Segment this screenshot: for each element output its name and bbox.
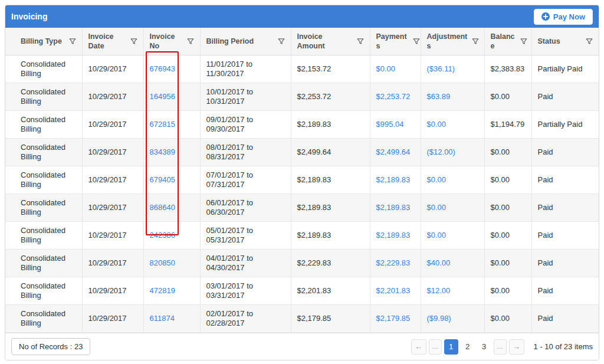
balance-cell: $0.00 <box>484 222 531 250</box>
pager-next-button[interactable]: → <box>509 339 524 355</box>
column-label: Payments <box>376 32 411 51</box>
filter-icon[interactable] <box>187 38 194 45</box>
table-body: Consolidated Billing10/29/201767694311/0… <box>5 55 599 333</box>
adjustments-cell[interactable]: ($12.00) <box>421 139 484 166</box>
pager-page-1-button[interactable]: 1 <box>444 339 458 355</box>
billing-type-cell: Consolidated Billing <box>5 166 82 194</box>
table-row: Consolidated Billing10/29/201716495610/0… <box>5 83 599 111</box>
balance-cell: $2,383.83 <box>484 55 531 83</box>
invoice-no-cell[interactable]: 820850 <box>143 250 200 277</box>
pager: ← … 123 … → 1 - 10 of 23 items <box>411 339 593 355</box>
invoice-date-cell: 10/29/2017 <box>82 166 143 194</box>
invoice-date-cell: 10/29/2017 <box>82 55 143 83</box>
invoice-no-cell[interactable]: 611874 <box>143 305 200 333</box>
invoice-no-cell[interactable]: 868640 <box>143 194 200 222</box>
balance-cell: $0.00 <box>484 305 531 333</box>
payments-cell[interactable]: $0.00 <box>370 55 421 83</box>
payments-cell[interactable]: $2,229.83 <box>370 250 421 277</box>
column-header-payments: Payments <box>370 28 421 55</box>
billing-type-cell: Consolidated Billing <box>5 277 82 305</box>
table-row: Consolidated Billing10/29/201783438908/0… <box>5 139 599 166</box>
payments-cell[interactable]: $2,189.83 <box>370 166 421 194</box>
adjustments-cell[interactable]: $0.00 <box>421 111 484 139</box>
column-header-invoice-no: Invoice No <box>143 28 200 55</box>
column-label: Invoice No <box>150 32 183 51</box>
adjustments-cell[interactable]: ($9.98) <box>421 305 484 333</box>
invoice-no-cell[interactable]: 672815 <box>143 111 200 139</box>
invoice-no-cell[interactable]: 472819 <box>143 277 200 305</box>
adjustments-cell[interactable]: $0.00 <box>421 166 484 194</box>
status-cell: Paid <box>531 222 599 250</box>
filter-icon[interactable] <box>520 38 527 45</box>
invoice-amount-cell: $2,179.85 <box>291 305 370 333</box>
invoice-date-cell: 10/29/2017 <box>82 83 143 111</box>
invoice-no-cell[interactable]: 242386 <box>143 222 200 250</box>
status-cell: Paid <box>531 194 599 222</box>
invoice-no-cell[interactable]: 834389 <box>143 139 200 166</box>
payments-cell[interactable]: $2,499.64 <box>370 139 421 166</box>
invoicing-page: Invoicing Pay Now Billing TypeInvoice Da… <box>0 0 604 364</box>
balance-cell: $1,194.79 <box>484 111 531 139</box>
pager-page-2-button[interactable]: 2 <box>461 339 475 355</box>
adjustments-cell[interactable]: ($36.11) <box>421 55 484 83</box>
billing-type-cell: Consolidated Billing <box>5 194 82 222</box>
billing-period-cell: 05/01/2017 to 05/31/2017 <box>200 222 291 250</box>
filter-icon[interactable] <box>278 38 285 45</box>
panel-header: Invoicing Pay Now <box>5 5 599 28</box>
column-label: Adjustments <box>427 32 470 51</box>
invoice-date-cell: 10/29/2017 <box>82 111 143 139</box>
billing-type-cell: Consolidated Billing <box>5 55 82 83</box>
payments-cell[interactable]: $2,189.83 <box>370 222 421 250</box>
table-row: Consolidated Billing10/29/201786864006/0… <box>5 194 599 222</box>
payments-cell[interactable]: $2,253.72 <box>370 83 421 111</box>
column-label: Billing Type <box>21 37 62 46</box>
column-header-adjustments: Adjustments <box>421 28 484 55</box>
payments-cell[interactable]: $2,189.83 <box>370 194 421 222</box>
filter-icon[interactable] <box>357 38 364 45</box>
adjustments-cell[interactable]: $63.89 <box>421 83 484 111</box>
table-row: Consolidated Billing10/29/201747281903/0… <box>5 277 599 305</box>
filter-icon[interactable] <box>69 38 76 45</box>
pager-more-right-button[interactable]: … <box>494 339 507 355</box>
payments-cell[interactable]: $2,179.85 <box>370 305 421 333</box>
column-header-invoice-date: Invoice Date <box>82 28 143 55</box>
invoice-date-cell: 10/29/2017 <box>82 194 143 222</box>
table-header-row: Billing TypeInvoice DateInvoice NoBillin… <box>5 28 599 55</box>
status-cell: Paid <box>531 250 599 277</box>
pay-now-button[interactable]: Pay Now <box>534 9 593 25</box>
table-row: Consolidated Billing10/29/201767940507/0… <box>5 166 599 194</box>
adjustments-cell[interactable]: $40.00 <box>421 250 484 277</box>
pager-prev-button[interactable]: ← <box>411 339 426 355</box>
pager-more-left-button[interactable]: … <box>429 339 442 355</box>
status-cell: Paid <box>531 305 599 333</box>
filter-icon[interactable] <box>472 38 479 45</box>
adjustments-cell[interactable]: $0.00 <box>421 194 484 222</box>
pager-pages: 123 <box>444 339 491 355</box>
billing-period-cell: 08/01/2017 to 08/31/2017 <box>200 139 291 166</box>
filter-icon[interactable] <box>130 38 137 45</box>
payments-cell[interactable]: $995.04 <box>370 111 421 139</box>
records-count-button[interactable]: No of Records : 23 <box>11 338 90 355</box>
adjustments-cell[interactable]: $0.00 <box>421 222 484 250</box>
column-label: Billing Period <box>206 37 254 46</box>
filter-icon[interactable] <box>413 38 420 45</box>
filter-icon[interactable] <box>586 38 593 45</box>
status-cell: Partially Paid <box>531 111 599 139</box>
invoice-no-cell[interactable]: 676943 <box>143 55 200 83</box>
pager-page-3-button[interactable]: 3 <box>477 339 491 355</box>
invoices-table: Billing TypeInvoice DateInvoice NoBillin… <box>5 28 599 333</box>
billing-type-cell: Consolidated Billing <box>5 305 82 333</box>
payments-cell[interactable]: $2,201.83 <box>370 277 421 305</box>
billing-period-cell: 03/01/2017 to 03/31/2017 <box>200 277 291 305</box>
invoice-no-cell[interactable]: 679405 <box>143 166 200 194</box>
invoice-no-cell[interactable]: 164956 <box>143 83 200 111</box>
balance-cell: $0.00 <box>484 194 531 222</box>
column-label: Balance <box>491 32 518 51</box>
billing-type-cell: Consolidated Billing <box>5 222 82 250</box>
column-header-status: Status <box>531 28 599 55</box>
invoice-date-cell: 10/29/2017 <box>82 250 143 277</box>
column-label: Invoice Date <box>88 32 122 51</box>
adjustments-cell[interactable]: $12.00 <box>421 277 484 305</box>
invoice-amount-cell: $2,189.83 <box>291 194 370 222</box>
billing-type-cell: Consolidated Billing <box>5 250 82 277</box>
